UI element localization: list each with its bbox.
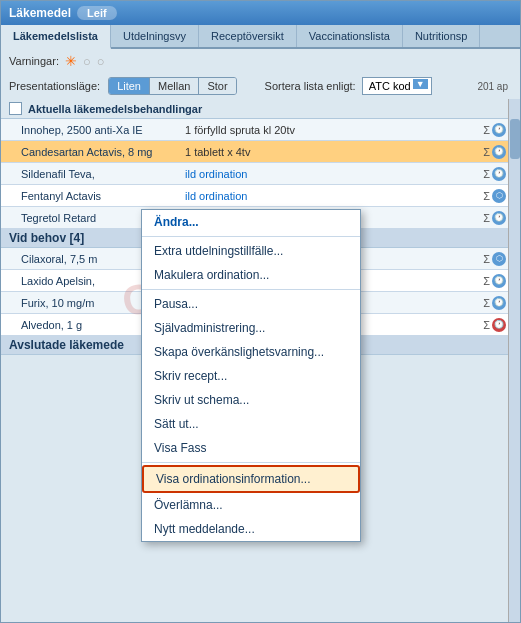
warning-icon-1: ○ (83, 54, 91, 69)
avslutade-title: Avslutade läkemede (9, 338, 124, 352)
tab-utdelning[interactable]: Utdelningsvy (111, 25, 199, 47)
size-large-button[interactable]: Stor (199, 78, 235, 94)
sort-label: Sortera lista enligt: (265, 80, 356, 92)
ctx-visa-fass[interactable]: Visa Fass (142, 436, 360, 460)
content-area: Aktuella läkemedelsbehandlingar Innohep,… (1, 99, 520, 622)
med-name[interactable]: Fentanyl Actavis (1, 188, 181, 204)
sigma-icon: Σ (483, 212, 490, 224)
main-window: Läkemedel Leif Läkemedelslista Utdelning… (0, 0, 521, 623)
title-bar: Läkemedel Leif (1, 1, 520, 25)
table-row: Innohep, 2500 anti-Xa IE 1 förfylld spru… (1, 119, 520, 141)
size-button-group: Liten Mellan Stor (108, 77, 236, 95)
tab-lakemedel[interactable]: Läkemedelslista (1, 25, 111, 49)
clock-icon: ⬡ (492, 189, 506, 203)
warning-icon-2: ○ (97, 54, 105, 69)
sort-select-wrapper: ATC kod (362, 77, 432, 95)
title-bar-left: Läkemedel Leif (9, 6, 117, 20)
ordination-link[interactable]: ild ordination (185, 190, 247, 202)
toolbar: Varningar: ✳ ○ ○ (1, 49, 520, 73)
sigma-icon: Σ (483, 297, 490, 309)
sort-area: Sortera lista enligt: ATC kod (265, 77, 432, 95)
ordination-link[interactable]: ild ordination (185, 168, 247, 180)
sigma-icon: Σ (483, 168, 490, 180)
scrollbar-thumb[interactable] (510, 119, 520, 159)
clock-icon: 🕐 (492, 296, 506, 310)
context-menu: Ändra... Extra utdelningstillfälle... Ma… (141, 209, 361, 542)
clock-icon: 🕐 (492, 211, 506, 225)
scrollbar[interactable] (508, 99, 520, 622)
tab-nutrition[interactable]: Nutritionsp (403, 25, 481, 47)
ctx-overlamma[interactable]: Överlämna... (142, 493, 360, 517)
ctx-skapa[interactable]: Skapa överkänslighetsvarning... (142, 340, 360, 364)
size-medium-button[interactable]: Mellan (150, 78, 199, 94)
med-detail: 1 tablett x 4tv (181, 144, 460, 160)
clock-icon: 🕐 (492, 167, 506, 181)
med-detail: 1 förfylld spruta kl 20tv (181, 122, 460, 138)
clock-icon: ⬡ (492, 252, 506, 266)
ctx-sjalv[interactable]: Självadministrering... (142, 316, 360, 340)
clock-icon: 🕐 (492, 274, 506, 288)
table-row: Sildenafil Teva, ild ordination Σ 🕐 (1, 163, 520, 185)
snowflake-icon[interactable]: ✳ (65, 53, 77, 69)
ctx-pausa[interactable]: Pausa... (142, 292, 360, 316)
clock-icon: 🕐 (492, 145, 506, 159)
table-row: Fentanyl Actavis ild ordination Σ ⬡ (1, 185, 520, 207)
tab-vaccin[interactable]: Vaccinationslista (297, 25, 403, 47)
med-detail: ild ordination (181, 166, 460, 182)
presentation-row: Presentationsläge: Liten Mellan Stor Sor… (1, 73, 520, 99)
ctx-nytt-med[interactable]: Nytt meddelande... (142, 517, 360, 541)
med-name[interactable]: Candesartan Actavis, 8 mg (1, 144, 181, 160)
sigma-icon: Σ (483, 275, 490, 287)
clock-icon: 🕐 (492, 318, 506, 332)
ctx-satt-ut[interactable]: Sätt ut... (142, 412, 360, 436)
window-title: Läkemedel (9, 6, 71, 20)
med-detail: ild ordination (181, 188, 460, 204)
vid-behov-title: Vid behov [4] (9, 231, 84, 245)
ctx-extra[interactable]: Extra utdelningstillfälle... (142, 239, 360, 263)
med-name[interactable]: Innohep, 2500 anti-Xa IE (1, 122, 181, 138)
user-pill: Leif (77, 6, 117, 20)
year-badge: 201 ap (477, 81, 512, 92)
tab-recept[interactable]: Receptöversikt (199, 25, 297, 47)
table-row: Candesartan Actavis, 8 mg 1 tablett x 4t… (1, 141, 520, 163)
tab-bar: Läkemedelslista Utdelningsvy Receptövers… (1, 25, 520, 49)
clock-icon: 🕐 (492, 123, 506, 137)
med-name[interactable]: Sildenafil Teva, (1, 166, 181, 182)
ctx-makulera[interactable]: Makulera ordination... (142, 263, 360, 287)
aktuella-title: Aktuella läkemedelsbehandlingar (28, 103, 202, 115)
sigma-icon: Σ (483, 146, 490, 158)
sigma-icon: Σ (483, 253, 490, 265)
ctx-skriv-recept[interactable]: Skriv recept... (142, 364, 360, 388)
sigma-icon: Σ (483, 190, 490, 202)
size-small-button[interactable]: Liten (109, 78, 150, 94)
warnings-label: Varningar: (9, 55, 59, 67)
sigma-icon: Σ (483, 124, 490, 136)
context-menu-header[interactable]: Ändra... (142, 210, 360, 234)
ctx-skriv-schema[interactable]: Skriv ut schema... (142, 388, 360, 412)
aktuella-checkbox[interactable] (9, 102, 22, 115)
sort-select[interactable]: ATC kod (362, 77, 432, 95)
ctx-visa-ord[interactable]: Visa ordinationsinformation... (142, 465, 360, 493)
presentation-label: Presentationsläge: (9, 80, 100, 92)
sigma-icon: Σ (483, 319, 490, 331)
aktuella-section-header: Aktuella läkemedelsbehandlingar (1, 99, 520, 119)
